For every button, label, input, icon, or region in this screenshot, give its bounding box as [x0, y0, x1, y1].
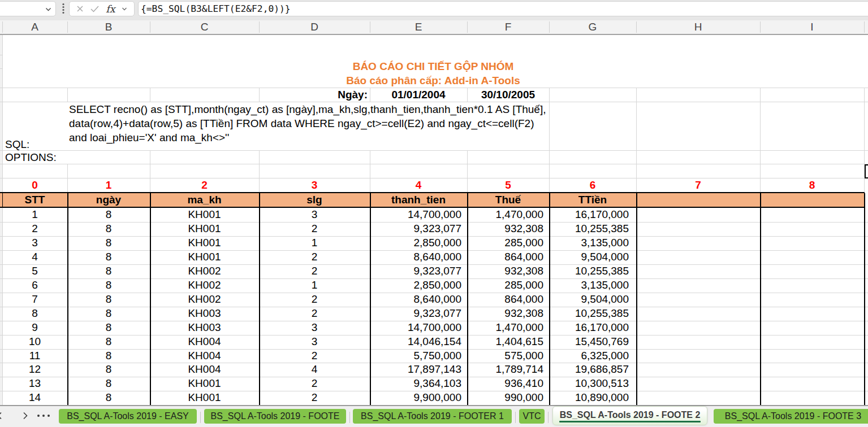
sheet-tab[interactable]: BS_SQL A-Tools 2019 - EASY: [59, 409, 197, 424]
table-cell[interactable]: 17,897,143: [370, 363, 461, 377]
table-cell[interactable]: 8: [67, 250, 150, 264]
sheet-area[interactable]: BÁO CÁO CHI TIẾT GỘP NHÓM Báo cáo phân c…: [0, 35, 868, 405]
table-header-cell[interactable]: slg: [259, 193, 370, 207]
table-cell[interactable]: 8: [67, 236, 150, 250]
table-cell[interactable]: 1,470,000: [467, 208, 543, 222]
table-cell[interactable]: 8: [67, 278, 150, 293]
column-index-cell[interactable]: 1: [67, 178, 150, 192]
table-cell[interactable]: 864,000: [467, 293, 543, 307]
table-cell[interactable]: 14,700,000: [370, 321, 461, 335]
table-cell[interactable]: 9,323,077: [370, 222, 461, 236]
column-index-cell[interactable]: 3: [259, 178, 370, 192]
sheet-tab-active[interactable]: BS_SQL A-Tools 2019 - FOOTE 2: [552, 406, 707, 425]
column-index-cell[interactable]: 6: [549, 178, 636, 192]
table-cell[interactable]: 3: [259, 208, 370, 222]
table-cell[interactable]: 4: [2, 250, 67, 264]
table-cell[interactable]: KH001: [150, 236, 259, 250]
table-cell[interactable]: KH002: [150, 293, 259, 307]
table-header-cell[interactable]: ngày: [67, 193, 150, 207]
column-header-G[interactable]: G: [549, 20, 636, 34]
table-cell[interactable]: 1: [259, 278, 370, 293]
column-index-cell[interactable]: 0: [2, 178, 67, 192]
prev-sheet-icon[interactable]: [0, 411, 5, 420]
table-cell[interactable]: 9,364,103: [370, 377, 461, 391]
table-cell[interactable]: 10,890,000: [549, 391, 629, 405]
column-header-C[interactable]: C: [150, 20, 259, 34]
table-cell[interactable]: 6: [2, 278, 67, 293]
table-cell[interactable]: 1: [259, 236, 370, 250]
table-cell[interactable]: 12: [2, 363, 67, 377]
table-cell[interactable]: 3: [259, 321, 370, 335]
table-cell[interactable]: 2: [259, 307, 370, 321]
table-cell[interactable]: 990,000: [467, 391, 543, 405]
table-cell[interactable]: 2: [259, 250, 370, 264]
table-cell[interactable]: 14,700,000: [370, 208, 461, 222]
date-to-cell[interactable]: 30/10/2005: [467, 88, 549, 102]
report-subtitle[interactable]: Báo cáo phân cấp: Add-in A-Tools: [0, 76, 866, 86]
name-box-chevron-icon[interactable]: [45, 6, 52, 13]
column-header-I[interactable]: I: [760, 20, 864, 34]
table-cell[interactable]: 3: [2, 236, 67, 250]
column-index-cell[interactable]: 5: [467, 178, 549, 192]
table-cell[interactable]: 864,000: [467, 250, 543, 264]
sheet-tab[interactable]: BS_SQL A-Tools 2019 - FOOTER 1: [353, 409, 512, 424]
table-cell[interactable]: 8: [67, 349, 150, 363]
table-cell[interactable]: KH004: [150, 363, 259, 377]
table-cell[interactable]: 8: [67, 264, 150, 278]
table-cell[interactable]: 14: [2, 391, 67, 405]
table-cell[interactable]: KH001: [150, 250, 259, 264]
date-from-cell[interactable]: 01/01/2004: [370, 88, 467, 102]
table-cell[interactable]: 19,686,857: [549, 363, 629, 377]
table-cell[interactable]: 3: [259, 335, 370, 349]
table-header-cell[interactable]: STT: [2, 193, 67, 207]
table-cell[interactable]: 9,504,000: [549, 250, 629, 264]
table-cell[interactable]: 285,000: [467, 236, 543, 250]
enter-icon[interactable]: [90, 5, 100, 13]
table-cell[interactable]: 7: [2, 293, 67, 307]
table-cell[interactable]: 15,450,769: [549, 335, 629, 349]
column-header-H[interactable]: H: [636, 20, 760, 34]
active-cell-selection[interactable]: [865, 164, 868, 178]
all-sheets-icon[interactable]: [36, 413, 51, 418]
date-label-cell[interactable]: Ngày:: [259, 88, 368, 102]
table-cell[interactable]: 9,504,000: [549, 293, 629, 307]
table-cell[interactable]: 8: [67, 335, 150, 349]
table-cell[interactable]: 1,470,000: [467, 321, 543, 335]
table-cell[interactable]: 8,640,000: [370, 250, 461, 264]
table-cell[interactable]: KH001: [150, 391, 259, 405]
table-cell[interactable]: 8: [67, 391, 150, 405]
table-cell[interactable]: 936,410: [467, 377, 543, 391]
table-cell[interactable]: 8: [67, 222, 150, 236]
sheet-tab[interactable]: BS_SQL A-Tools 2019 - FOOTE: [204, 409, 346, 424]
column-header-D[interactable]: D: [259, 20, 370, 34]
table-cell[interactable]: 932,308: [467, 222, 543, 236]
table-cell[interactable]: 2: [259, 222, 370, 236]
table-cell[interactable]: 3,135,000: [549, 278, 629, 293]
table-cell[interactable]: 8: [67, 363, 150, 377]
table-cell[interactable]: 8: [67, 377, 150, 391]
table-cell[interactable]: 575,000: [467, 349, 543, 363]
table-cell[interactable]: 1: [2, 208, 67, 222]
table-cell[interactable]: 10: [2, 335, 67, 349]
table-cell[interactable]: 2,850,000: [370, 278, 461, 293]
table-cell[interactable]: 2: [259, 264, 370, 278]
table-cell[interactable]: 2: [2, 222, 67, 236]
table-cell[interactable]: 16,170,000: [549, 208, 629, 222]
table-cell[interactable]: 13: [2, 377, 67, 391]
table-cell[interactable]: 9,900,000: [370, 391, 461, 405]
name-box[interactable]: [0, 1, 56, 16]
formula-bar-grip-icon[interactable]: [61, 3, 66, 14]
column-header-B[interactable]: B: [67, 20, 150, 34]
table-cell[interactable]: 16,170,000: [549, 321, 629, 335]
column-header-A[interactable]: A: [2, 20, 67, 34]
table-header-cell[interactable]: thanh_tien: [370, 193, 467, 207]
sheet-tab[interactable]: VTC: [519, 409, 545, 424]
table-cell[interactable]: 9,323,077: [370, 307, 461, 321]
table-cell[interactable]: 9: [2, 321, 67, 335]
table-header-cell[interactable]: TTiền: [549, 193, 636, 207]
table-cell[interactable]: 4: [259, 363, 370, 377]
table-cell[interactable]: 10,300,513: [549, 377, 629, 391]
table-cell[interactable]: 8,640,000: [370, 293, 461, 307]
column-index-cell[interactable]: 7: [636, 178, 760, 192]
table-cell[interactable]: 10,255,385: [549, 222, 629, 236]
